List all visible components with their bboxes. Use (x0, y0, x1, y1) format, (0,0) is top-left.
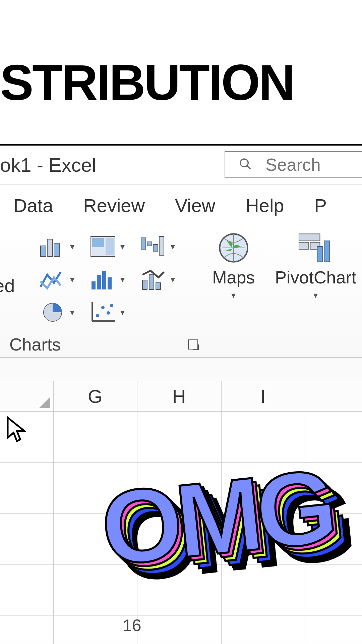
svg-rect-28 (299, 242, 309, 249)
maps-label: Maps (212, 267, 255, 287)
svg-rect-14 (102, 271, 106, 289)
maps-button[interactable]: Maps ▾ (202, 231, 265, 355)
title-bar: ok1 - Excel (0, 144, 362, 184)
search-box[interactable] (225, 151, 362, 178)
tab-view[interactable]: View (175, 195, 215, 216)
insert-hierarchy-chart-button[interactable]: ▾ (82, 231, 132, 262)
svg-rect-10 (153, 245, 158, 251)
svg-rect-13 (97, 275, 101, 289)
svg-rect-17 (149, 275, 154, 289)
svg-rect-4 (54, 243, 59, 257)
insert-line-chart-button[interactable]: ▾ (32, 264, 82, 295)
insert-pie-chart-button[interactable]: ▾ (32, 297, 82, 328)
tab-help[interactable]: Help (245, 195, 284, 216)
svg-rect-6 (92, 238, 104, 247)
chart-axis-tick-16: 16 (123, 616, 141, 635)
svg-rect-27 (299, 234, 320, 241)
tab-review[interactable]: Review (83, 195, 145, 216)
chevron-down-icon: ▾ (120, 274, 125, 285)
charts-dialog-launcher[interactable] (188, 339, 198, 350)
column-header-i[interactable]: I (222, 381, 305, 411)
column-headers: G H I (0, 381, 362, 412)
svg-point-24 (107, 311, 110, 315)
worksheet: G H I (0, 381, 362, 644)
search-input[interactable] (265, 155, 362, 175)
column-header-g[interactable]: G (54, 381, 137, 411)
insert-scatter-chart-button[interactable]: ▾ (82, 297, 132, 328)
svg-rect-12 (92, 281, 96, 289)
formula-bar[interactable] (0, 358, 362, 381)
svg-rect-16 (142, 280, 147, 289)
charts-group-label-text: Charts (9, 334, 61, 355)
svg-rect-15 (108, 277, 112, 289)
svg-rect-18 (156, 283, 161, 289)
pivotchart-label: PivotChart (275, 267, 356, 287)
chevron-down-icon: ▾ (171, 274, 175, 285)
chevron-down-icon: ▾ (70, 241, 74, 252)
search-icon (239, 157, 252, 172)
svg-rect-11 (159, 236, 164, 255)
excel-window: ok1 - Excel Data Review View Help P ed ▾ (0, 144, 362, 644)
ribbon-tabs: Data Review View Help P (0, 184, 362, 224)
svg-point-23 (101, 306, 105, 309)
chevron-down-icon: ▾ (70, 274, 74, 285)
svg-rect-2 (41, 246, 46, 257)
tab-data[interactable]: Data (13, 195, 53, 216)
svg-point-0 (240, 159, 248, 167)
recommended-charts-fragment: ed (0, 275, 15, 297)
chevron-down-icon: ▾ (120, 241, 125, 252)
svg-rect-9 (147, 242, 152, 246)
column-header-h[interactable]: H (137, 381, 221, 411)
svg-rect-8 (141, 238, 146, 250)
svg-point-25 (110, 304, 113, 307)
svg-rect-3 (47, 239, 53, 257)
insert-statistic-chart-button[interactable]: ▾ (82, 264, 132, 295)
document-title: ok1 - Excel (0, 154, 96, 176)
insert-column-chart-button[interactable]: ▾ (32, 231, 82, 262)
svg-rect-7 (106, 238, 114, 255)
insert-combo-chart-button[interactable]: ▾ (132, 264, 183, 295)
tab-partial[interactable]: P (314, 195, 326, 216)
svg-rect-30 (317, 247, 323, 262)
svg-rect-31 (324, 241, 330, 262)
ribbon-insert: ed ▾ ▾ ▾ ▾ (0, 224, 362, 358)
chevron-down-icon: ▾ (231, 290, 236, 301)
grid-rows[interactable] (0, 412, 362, 644)
chevron-down-icon: ▾ (70, 307, 74, 318)
chevron-down-icon: ▾ (120, 307, 125, 318)
select-all-triangle[interactable] (0, 381, 54, 411)
chevron-down-icon: ▾ (171, 241, 175, 252)
chevron-down-icon: ▾ (313, 290, 318, 301)
svg-line-1 (247, 166, 250, 169)
svg-point-22 (96, 314, 99, 317)
page-overlay-title: STRIBUTION (0, 54, 362, 112)
pivotchart-button[interactable]: PivotChart ▾ (265, 231, 362, 355)
charts-group-label: Charts (9, 334, 198, 355)
insert-waterfall-chart-button[interactable]: ▾ (132, 231, 183, 262)
charts-group: ▾ ▾ ▾ ▾ ▾ (9, 231, 202, 355)
column-header-overflow[interactable] (305, 381, 362, 411)
